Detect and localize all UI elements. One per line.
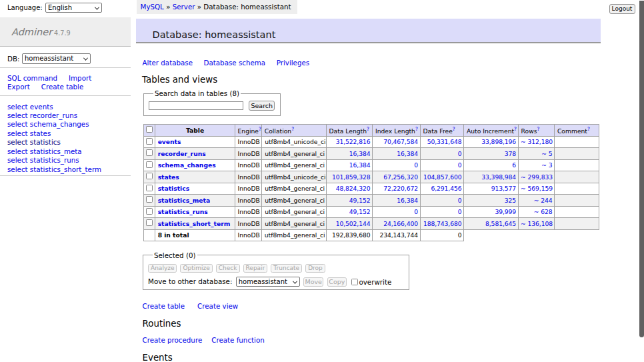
scrollbar-thumb[interactable] — [639, 1, 644, 337]
help-link[interactable]: ? — [367, 127, 369, 135]
cell-data-length-link[interactable]: 16,384 — [349, 150, 371, 157]
check-button[interactable]: Check — [216, 264, 240, 273]
help-link[interactable]: ? — [259, 127, 261, 135]
sidebar-action-sql-command[interactable]: SQL command — [7, 74, 57, 82]
help-link[interactable]: ? — [514, 127, 517, 135]
cell-data-length-link[interactable]: 48,824,320 — [336, 185, 371, 192]
analyze-button[interactable]: Analyze — [148, 264, 177, 273]
cell-data-length-link[interactable]: 16,384 — [349, 161, 371, 169]
search-button[interactable]: Search — [249, 101, 275, 111]
help-link[interactable]: ? — [291, 127, 294, 135]
overwrite-checkbox[interactable] — [351, 279, 358, 285]
sidebar-table-link[interactable]: select events — [7, 103, 53, 111]
table-name-link[interactable]: statistics_short_term — [158, 220, 231, 227]
move-button[interactable]: Move — [303, 277, 323, 287]
optimize-button[interactable]: Optimize — [180, 264, 212, 273]
row-checkbox[interactable] — [146, 161, 153, 168]
cell-index-length-link[interactable]: 67,256,320 — [383, 173, 418, 181]
table-name-link[interactable]: statistics — [158, 185, 190, 192]
drop-button[interactable]: Drop — [305, 264, 325, 273]
db-link-privileges[interactable]: Privileges — [277, 59, 310, 67]
cell-rows-link[interactable]: ~ 5 — [541, 150, 552, 157]
row-checkbox[interactable] — [146, 208, 153, 215]
cell-rows-link[interactable]: ~ 136,108 — [521, 220, 553, 227]
help-link[interactable]: ? — [537, 127, 539, 135]
sidebar-table-link[interactable]: select statistics_meta — [7, 147, 82, 155]
cell-data-length-link[interactable]: 49,152 — [349, 208, 371, 215]
sidebar-table-link[interactable]: select statistics_runs — [7, 156, 79, 164]
cell-rows-link[interactable]: ~ 312,180 — [521, 138, 553, 145]
cell-data-length-link[interactable]: 10,502,144 — [336, 220, 371, 227]
create-procedure-link[interactable]: Create procedure — [143, 336, 203, 344]
copy-button[interactable]: Copy — [327, 277, 347, 287]
cell-rows-link[interactable]: ~ 299,833 — [521, 173, 553, 181]
cell-auto-increment-link[interactable]: 33,398,984 — [481, 173, 516, 181]
breadcrumb-link[interactable]: Server — [173, 3, 195, 11]
cell-index-length-link[interactable]: 0 — [414, 161, 418, 169]
table-name-link[interactable]: recorder_runs — [158, 150, 206, 157]
cell-rows-link[interactable]: ~ 569,159 — [521, 185, 553, 192]
db-select[interactable]: homeassistant — [22, 53, 91, 64]
language-select[interactable]: English — [45, 3, 102, 13]
help-link[interactable]: ? — [415, 127, 418, 135]
sidebar-table-link[interactable]: select recorder_runs — [7, 111, 77, 119]
cell-data-free-link[interactable]: 104,857,600 — [423, 173, 462, 181]
row-checkbox[interactable] — [146, 138, 153, 145]
cell-data-free-link[interactable]: 50,331,648 — [427, 138, 462, 145]
create-function-link[interactable]: Create function — [211, 336, 265, 344]
select-all-checkbox[interactable] — [146, 126, 153, 133]
cell-data-free-link[interactable]: 0 — [458, 150, 462, 157]
help-link[interactable]: ? — [587, 127, 590, 135]
table-name-link[interactable]: statistics_meta — [158, 197, 211, 204]
sidebar-table-link[interactable]: select statistics_short_term — [7, 165, 101, 173]
cell-index-length-link[interactable]: 70,467,584 — [383, 138, 418, 145]
cell-index-length-link[interactable]: 24,166,400 — [383, 220, 418, 227]
sidebar-table-link[interactable]: select schema_changes — [7, 120, 89, 128]
cell-data-free-link[interactable]: 6,291,456 — [431, 185, 461, 192]
sidebar-table-link[interactable]: select states — [7, 129, 51, 137]
search-input[interactable] — [149, 101, 243, 110]
table-name-link[interactable]: states — [158, 173, 179, 181]
row-checkbox[interactable] — [146, 173, 153, 179]
cell-data-free-link[interactable]: 0 — [458, 208, 462, 215]
sidebar-action-create-table[interactable]: Create table — [41, 83, 84, 91]
sidebar-action-import[interactable]: Import — [69, 74, 91, 82]
cell-index-length-link[interactable]: 16,384 — [397, 150, 418, 157]
cell-rows-link[interactable]: ~ 628 — [534, 208, 553, 215]
repair-button[interactable]: Repair — [243, 264, 268, 273]
cell-data-length-link[interactable]: 31,522,816 — [336, 138, 371, 145]
cell-auto-increment-link[interactable]: 913,577 — [491, 185, 516, 192]
cell-auto-increment-link[interactable]: 6 — [512, 161, 516, 169]
cell-data-length-link[interactable]: 101,859,328 — [332, 173, 371, 181]
cell-auto-increment-link[interactable]: 378 — [505, 150, 516, 157]
cell-data-free-link[interactable]: 0 — [458, 197, 462, 204]
table-name-link[interactable]: schema_changes — [158, 161, 216, 169]
table-name-link[interactable]: statistics_runs — [158, 208, 208, 215]
cell-data-free-link[interactable]: 188,743,680 — [423, 220, 462, 227]
sidebar-table-link[interactable]: select statistics — [7, 138, 61, 146]
cell-index-length-link[interactable]: 16,384 — [397, 197, 418, 204]
cell-data-length-link[interactable]: 49,152 — [349, 197, 371, 204]
row-checkbox[interactable] — [146, 219, 153, 226]
cell-auto-increment-link[interactable]: 39,999 — [495, 208, 516, 215]
db-link-database-schema[interactable]: Database schema — [204, 59, 266, 67]
create-table-link[interactable]: Create table — [143, 302, 185, 310]
cell-auto-increment-link[interactable]: 33,898,196 — [481, 138, 516, 145]
table-name-link[interactable]: events — [158, 138, 181, 145]
scrollbar-track[interactable] — [638, 0, 644, 362]
create-view-link[interactable]: Create view — [197, 302, 238, 310]
cell-index-length-link[interactable]: 72,220,672 — [383, 185, 418, 192]
help-link[interactable]: ? — [453, 127, 455, 135]
sidebar-action-export[interactable]: Export — [7, 83, 30, 91]
cell-rows-link[interactable]: ~ 244 — [534, 197, 553, 204]
row-checkbox[interactable] — [146, 149, 153, 156]
truncate-button[interactable]: Truncate — [271, 264, 302, 273]
cell-auto-increment-link[interactable]: 8,581,645 — [485, 220, 516, 227]
move-database-select[interactable]: homeassistant — [236, 277, 300, 287]
breadcrumb-link[interactable]: MySQL — [141, 3, 164, 11]
row-checkbox[interactable] — [146, 185, 153, 191]
cell-data-free-link[interactable]: 0 — [458, 161, 462, 169]
cell-index-length-link[interactable]: 0 — [414, 208, 418, 215]
cell-rows-link[interactable]: ~ 3 — [541, 161, 552, 169]
db-link-alter-database[interactable]: Alter database — [143, 59, 193, 67]
